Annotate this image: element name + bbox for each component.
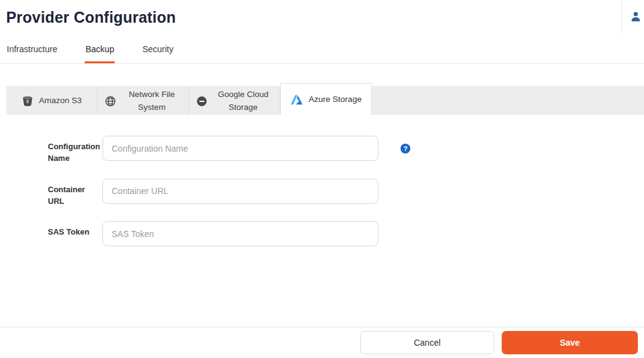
provider-tab-bar-filler xyxy=(372,86,644,115)
configuration-name-label: Configuration Name xyxy=(48,136,98,165)
cancel-button[interactable]: Cancel xyxy=(360,331,494,354)
amazon-s3-icon xyxy=(21,95,34,107)
azure-storage-icon xyxy=(290,94,303,106)
footer-action-bar: Cancel Save xyxy=(0,327,644,358)
provider-configuration-page: Provider Configuration Infrastructure Ba… xyxy=(0,0,644,358)
header: Provider Configuration xyxy=(0,0,644,35)
configuration-name-input[interactable] xyxy=(102,136,378,161)
google-cloud-storage-icon xyxy=(196,95,208,107)
container-url-input[interactable] xyxy=(102,179,378,204)
provider-tab-label: Amazon S3 xyxy=(39,95,82,107)
provider-tab-amazon-s3[interactable]: Amazon S3 xyxy=(6,86,98,115)
tab-backup[interactable]: Backup xyxy=(85,44,115,63)
save-button[interactable]: Save xyxy=(502,331,638,354)
provider-tab-google-cloud-storage[interactable]: Google Cloud Storage xyxy=(189,86,280,115)
container-url-label: Container URL xyxy=(48,179,98,208)
provider-tab-bar: Amazon S3 Network File System Google Clo… xyxy=(6,86,644,115)
user-icon[interactable] xyxy=(630,10,642,25)
main-nav: Infrastructure Backup Security xyxy=(0,35,644,64)
form-row-sas-token: SAS Token xyxy=(48,221,644,246)
provider-tab-label: Network File System xyxy=(122,88,182,114)
sas-token-label: SAS Token xyxy=(48,221,98,238)
network-file-system-icon xyxy=(104,95,117,107)
form-row-container-url: Container URL xyxy=(48,179,644,208)
page-title: Provider Configuration xyxy=(0,9,176,26)
provider-tab-azure-storage[interactable]: Azure Storage xyxy=(280,83,372,115)
help-icon[interactable]: ? xyxy=(401,144,410,154)
header-user-area xyxy=(621,0,644,35)
tab-security[interactable]: Security xyxy=(142,44,174,63)
provider-tab-label: Azure Storage xyxy=(309,93,361,106)
provider-tab-network-file-system[interactable]: Network File System xyxy=(98,86,189,115)
form-row-configuration-name: Configuration Name ? xyxy=(48,136,644,165)
tab-infrastructure[interactable]: Infrastructure xyxy=(6,44,58,63)
azure-storage-form: Configuration Name ? Container URL SAS T… xyxy=(48,136,644,246)
provider-tab-label: Google Cloud Storage xyxy=(213,88,273,114)
sas-token-input[interactable] xyxy=(102,221,378,246)
